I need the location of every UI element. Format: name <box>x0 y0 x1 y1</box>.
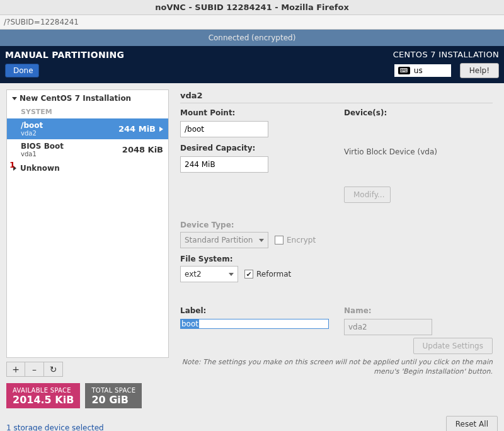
encrypt-checkbox[interactable] <box>275 236 284 244</box>
available-space-label: AVAILABLE SPACE <box>13 387 74 394</box>
keyboard-layout-selector[interactable]: ⌨ us <box>394 64 451 77</box>
partition-tree[interactable]: New CentOS 7 Installation SYSTEM /boot v… <box>6 89 169 358</box>
mount-point-label: Mount Point: <box>180 108 329 117</box>
partition-actions: + – ↻ <box>6 362 169 377</box>
unknown-label: Unknown <box>20 164 60 173</box>
partition-row-boot[interactable]: /boot vda2 244 MiB <box>7 118 168 139</box>
reset-all-button[interactable]: Reset All <box>446 416 498 431</box>
main-area: New CentOS 7 Installation SYSTEM /boot v… <box>0 83 504 381</box>
help-button[interactable]: Help! <box>460 63 499 78</box>
partition-name: /boot <box>21 121 43 130</box>
partition-size: 244 MiB <box>118 124 156 134</box>
url-bar[interactable]: /?SUBID=12284241 <box>0 15 504 30</box>
modify-button[interactable]: Modify... <box>344 187 391 203</box>
add-partition-button[interactable]: + <box>6 362 25 377</box>
note-text: Note: The settings you make on this scre… <box>180 358 493 377</box>
chevron-down-icon <box>12 97 17 100</box>
detail-title: vda2 <box>180 91 493 103</box>
chevron-down-icon <box>259 239 264 242</box>
sidebar: New CentOS 7 Installation SYSTEM /boot v… <box>6 89 169 377</box>
browser-window-title: noVNC - SUBID 12284241 - Mozilla Firefox <box>0 0 504 15</box>
install-title: CENTOS 7 INSTALLATION <box>393 50 499 59</box>
label-input[interactable]: boot <box>180 319 329 329</box>
total-space-value: 20 GiB <box>91 394 135 406</box>
total-space-box: TOTAL SPACE 20 GiB <box>85 383 142 408</box>
chevron-right-icon <box>159 127 163 132</box>
mount-point-input[interactable] <box>180 121 268 137</box>
reformat-checkbox[interactable] <box>244 270 253 279</box>
keyboard-icon: ⌨ <box>398 67 410 74</box>
unknown-tree-header[interactable]: Unknown <box>7 160 168 176</box>
reformat-label: Reformat <box>256 270 291 279</box>
filesystem-label: File System: <box>180 255 493 263</box>
vnc-status-bar: Connected (encrypted) <box>0 30 504 46</box>
install-tree-label: New CentOS 7 Installation <box>20 94 131 103</box>
install-tree-header[interactable]: New CentOS 7 Installation <box>7 90 168 106</box>
desired-capacity-input[interactable] <box>180 156 268 173</box>
partition-name: BIOS Boot <box>21 142 64 151</box>
encrypt-label: Encrypt <box>287 236 316 244</box>
total-space-label: TOTAL SPACE <box>91 387 135 394</box>
devices-label: Device(s): <box>344 108 493 117</box>
partition-size: 2048 KiB <box>122 145 163 154</box>
update-settings-button[interactable]: Update Settings <box>413 338 493 354</box>
device-type-label: Device Type: <box>180 221 493 229</box>
chevron-down-icon <box>229 273 234 276</box>
available-space-box: AVAILABLE SPACE 2014.5 KiB <box>6 383 80 408</box>
anaconda-header: MANUAL PARTITIONING Done CENTOS 7 INSTAL… <box>0 46 504 83</box>
footer: AVAILABLE SPACE 2014.5 KiB TOTAL SPACE 2… <box>0 381 504 431</box>
remove-partition-button[interactable]: – <box>25 362 44 377</box>
filesystem-dropdown[interactable]: ext2 <box>180 266 238 282</box>
partition-device: vda1 <box>21 151 64 158</box>
name-input <box>344 319 432 335</box>
detail-pane: vda2 Mount Point: Desired Capacity: Devi… <box>180 89 498 377</box>
partition-device: vda2 <box>21 130 43 137</box>
label-value: boot <box>181 319 199 328</box>
desired-capacity-label: Desired Capacity: <box>180 144 329 152</box>
done-button[interactable]: Done <box>5 64 39 78</box>
storage-devices-link[interactable]: 1 storage device selected <box>6 423 104 431</box>
reload-button[interactable]: ↻ <box>44 362 63 377</box>
name-label: Name: <box>344 306 493 315</box>
available-space-value: 2014.5 KiB <box>13 394 74 406</box>
filesystem-value: ext2 <box>185 270 202 279</box>
device-type-dropdown[interactable]: Standard Partition <box>180 232 268 248</box>
device-text: Virtio Block Device (vda) <box>344 147 493 156</box>
page-title: MANUAL PARTITIONING <box>5 50 124 60</box>
system-label: SYSTEM <box>7 106 168 118</box>
label-label: Label: <box>180 306 329 315</box>
unknown-count-badge: 1 <box>9 160 15 170</box>
keyboard-layout-value: us <box>414 66 423 75</box>
device-type-value: Standard Partition <box>185 236 253 244</box>
partition-row-biosboot[interactable]: BIOS Boot vda1 2048 KiB <box>7 139 168 160</box>
